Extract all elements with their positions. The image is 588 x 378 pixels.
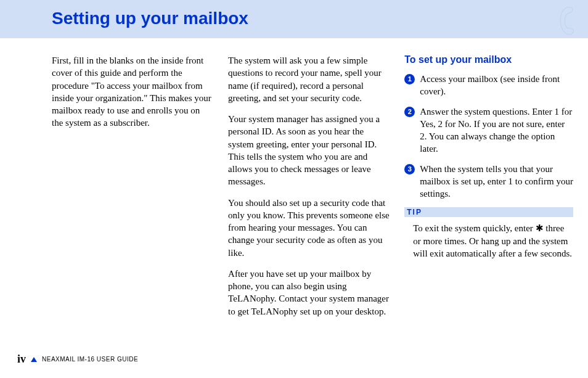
guide-name: NEAXMAIL IM-16 USER GUIDE [42,356,138,363]
phone-handset-icon [553,6,578,38]
step-text: Access your mailbox (see inside front co… [420,73,573,98]
page-number: iv [17,353,26,366]
paragraph: After you have set up your mailbox by ph… [228,268,390,318]
section-heading: To set up your mailbox [404,54,573,65]
page: Setting up your mailbox First, fill in t… [0,0,588,378]
intro-paragraph: First, fill in the blanks on the inside … [52,54,213,129]
paragraph: The system will ask you a few simple que… [228,54,390,104]
paragraph: Your system manager has assigned you a p… [228,113,390,188]
step-item: 2 Answer the system questions. Enter 1 f… [404,105,573,155]
content-area: First, fill in the blanks on the inside … [52,54,573,326]
step-item: 1 Access your mailbox (see inside front … [404,73,573,98]
page-title: Setting up your mailbox [52,9,248,28]
column-2: The system will ask you a few simple que… [228,54,390,326]
step-number-icon: 2 [404,107,415,117]
steps-list: 1 Access your mailbox (see inside front … [404,73,573,200]
step-text: Answer the system questions. Enter 1 for… [420,105,573,155]
footer: iv NEAXMAIL IM-16 USER GUIDE [17,353,138,366]
step-number-icon: 1 [404,74,415,84]
paragraph: You should also set up a security code t… [228,197,390,259]
step-item: 3 When the system tells you that your ma… [404,163,573,200]
step-number-icon: 3 [404,164,415,175]
triangle-icon [31,357,37,362]
tip-label: TIP [404,208,422,216]
column-1: First, fill in the blanks on the inside … [52,54,213,326]
tip-header-bar: TIP [404,207,573,217]
tip-body: To exit the system quickly, enter ✱ thre… [404,222,573,260]
step-text: When the system tells you that your mail… [420,163,573,200]
column-3: To set up your mailbox 1 Access your mai… [404,54,573,326]
